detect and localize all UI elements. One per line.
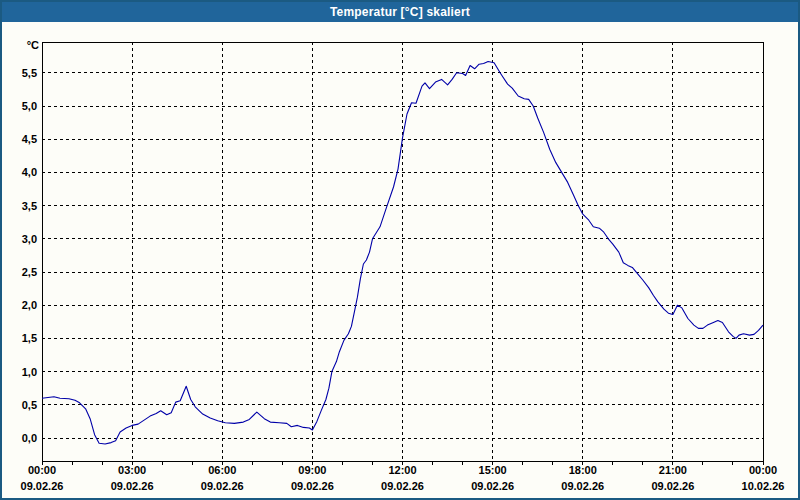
svg-text:0,0: 0,0 [22, 432, 37, 444]
svg-text:4,0: 4,0 [22, 166, 37, 178]
x-tick-time: 15:00 [479, 464, 507, 476]
x-tick-date: 10.02.26 [742, 480, 785, 492]
svg-text:5,5: 5,5 [22, 67, 37, 79]
temperature-chart: 0,00,51,01,52,02,53,03,54,04,55,05,5°C00… [2, 2, 800, 500]
y-tick-labels: 0,00,51,01,52,02,53,03,54,04,55,05,5 [22, 67, 37, 444]
x-tick-date: 09.02.26 [201, 480, 244, 492]
x-tick-date: 09.02.26 [291, 480, 334, 492]
x-tick-time: 06:00 [208, 464, 236, 476]
svg-text:3,5: 3,5 [22, 200, 37, 212]
x-tick-date: 09.02.26 [381, 480, 424, 492]
x-tick-date: 09.02.26 [21, 480, 64, 492]
svg-text:2,5: 2,5 [22, 266, 37, 278]
chart-window: Temperatur [°C] skaliert 0,00,51,01,52,0… [0, 0, 800, 500]
svg-text:2,0: 2,0 [22, 299, 37, 311]
x-tick-date: 09.02.26 [561, 480, 604, 492]
x-tick-labels: 00:0009.02.2603:0009.02.2606:0009.02.260… [21, 464, 785, 492]
x-tick-date: 09.02.26 [471, 480, 514, 492]
svg-text:5,0: 5,0 [22, 100, 37, 112]
y-axis-unit-label: °C [27, 39, 39, 51]
svg-text:0,5: 0,5 [22, 399, 37, 411]
svg-text:4,5: 4,5 [22, 133, 37, 145]
x-tick-date: 09.02.26 [111, 480, 154, 492]
x-tick-time: 12:00 [388, 464, 416, 476]
x-tick-time: 18:00 [569, 464, 597, 476]
x-tick-time: 09:00 [298, 464, 326, 476]
svg-text:1,5: 1,5 [22, 332, 37, 344]
x-tick-time: 00:00 [749, 464, 777, 476]
x-tick-time: 00:00 [28, 464, 56, 476]
x-tick-date: 09.02.26 [651, 480, 694, 492]
x-tick-time: 21:00 [659, 464, 687, 476]
x-tick-time: 03:00 [118, 464, 146, 476]
svg-text:1,0: 1,0 [22, 366, 37, 378]
svg-text:3,0: 3,0 [22, 233, 37, 245]
